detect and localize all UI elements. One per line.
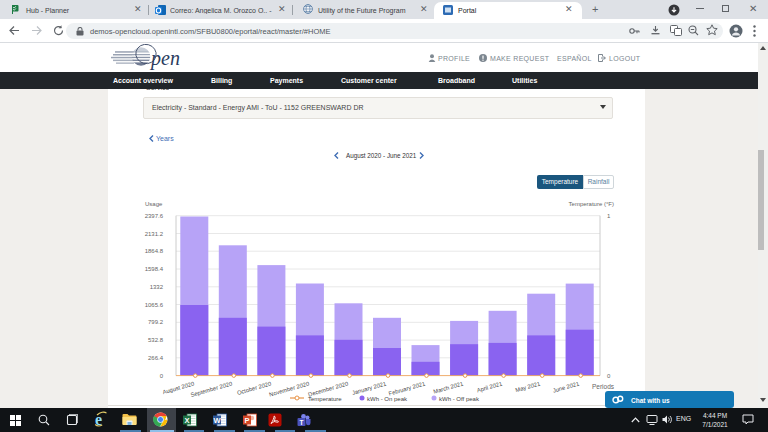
svg-text:2397.6: 2397.6 <box>145 213 164 219</box>
svg-text:1065.6: 1065.6 <box>145 302 164 308</box>
svg-text:1598.4: 1598.4 <box>145 266 164 272</box>
svg-text:Temperature (°F): Temperature (°F) <box>569 201 614 207</box>
svg-text:kWh - Off peak: kWh - Off peak <box>439 396 480 402</box>
svg-text:Usage: Usage <box>145 201 163 207</box>
svg-text:November 2020: November 2020 <box>268 380 309 397</box>
svg-text:T: T <box>300 419 304 426</box>
svg-text:P: P <box>244 416 249 425</box>
svg-text:1864.8: 1864.8 <box>145 248 164 254</box>
svg-text:May 2021: May 2021 <box>515 380 541 393</box>
svg-text:532.8: 532.8 <box>148 337 164 343</box>
svg-text:799.2: 799.2 <box>148 319 164 325</box>
svg-text:March 2021: March 2021 <box>433 380 464 394</box>
svg-text:February 2021: February 2021 <box>388 380 426 396</box>
svg-text:W: W <box>213 416 221 425</box>
svg-text:pen: pen <box>149 47 180 70</box>
svg-text:1332: 1332 <box>150 284 164 290</box>
svg-text:kWh - On peak: kWh - On peak <box>367 396 408 402</box>
svg-text:September 2020: September 2020 <box>190 380 233 398</box>
svg-text:October 2020: October 2020 <box>236 380 271 395</box>
svg-text:X: X <box>184 416 189 425</box>
svg-text:0: 0 <box>160 373 164 379</box>
svg-text:2131.2: 2131.2 <box>145 231 164 237</box>
svg-text:Temperature: Temperature <box>308 396 342 402</box>
svg-text:266.4: 266.4 <box>148 355 164 361</box>
svg-text:January 2021: January 2021 <box>351 380 386 395</box>
svg-text:0: 0 <box>607 373 611 379</box>
svg-text:Periods: Periods <box>592 383 615 390</box>
svg-text:1: 1 <box>607 213 611 219</box>
svg-text:June 2021: June 2021 <box>552 380 580 393</box>
svg-text:April 2021: April 2021 <box>476 380 503 393</box>
